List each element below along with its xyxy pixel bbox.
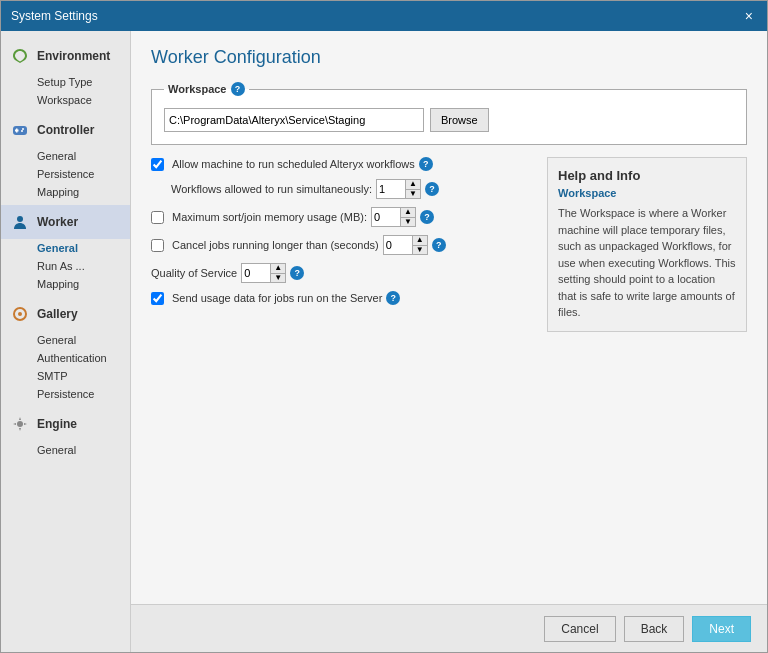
cancel-jobs-help-icon[interactable]: ? xyxy=(432,238,446,252)
next-button[interactable]: Next xyxy=(692,616,751,642)
quality-service-label: Quality of Service xyxy=(151,267,237,279)
sidebar-item-gallery-smtp[interactable]: SMTP xyxy=(1,367,130,385)
max-sort-join-label: Maximum sort/join memory usage (MB): xyxy=(172,211,367,223)
back-button[interactable]: Back xyxy=(624,616,685,642)
sidebar: Environment Setup Type Workspace xyxy=(1,31,131,652)
title-bar: System Settings × xyxy=(1,1,767,31)
sidebar-item-worker-mapping[interactable]: Mapping xyxy=(1,275,130,293)
send-usage-row: Send usage data for jobs run on the Serv… xyxy=(151,291,531,305)
cancel-jobs-input[interactable] xyxy=(384,236,412,254)
cancel-jobs-row: Cancel jobs running longer than (seconds… xyxy=(151,235,531,255)
options-left: Allow machine to run scheduled Alteryx w… xyxy=(151,157,531,332)
max-sort-join-input[interactable] xyxy=(372,208,400,226)
svg-rect-2 xyxy=(15,130,19,132)
quality-service-input[interactable] xyxy=(242,264,270,282)
workflows-simultaneous-help-icon[interactable]: ? xyxy=(425,182,439,196)
sidebar-item-gallery-persistence[interactable]: Persistence xyxy=(1,385,130,403)
cancel-button[interactable]: Cancel xyxy=(544,616,615,642)
sidebar-section-environment: Environment Setup Type Workspace xyxy=(1,39,130,109)
workspace-help-icon[interactable]: ? xyxy=(231,82,245,96)
help-panel: Help and Info Workspace The Workspace is… xyxy=(547,157,747,332)
max-sort-join-checkbox[interactable] xyxy=(151,211,164,224)
sidebar-category-controller[interactable]: Controller xyxy=(1,113,130,147)
workflows-simultaneous-label: Workflows allowed to run simultaneously: xyxy=(171,183,372,195)
send-usage-help-icon[interactable]: ? xyxy=(386,291,400,305)
workflows-simultaneous-input[interactable] xyxy=(377,180,405,198)
workflows-simultaneous-row: Workflows allowed to run simultaneously:… xyxy=(151,179,531,199)
sidebar-category-engine-label: Engine xyxy=(37,417,77,431)
gallery-icon xyxy=(9,303,31,325)
help-panel-subtitle: Workspace xyxy=(558,187,736,199)
quality-service-spinners: ▲ ▼ xyxy=(270,264,285,282)
content-area: Worker Configuration Workspace ? Browse xyxy=(131,31,767,604)
sidebar-category-worker-label: Worker xyxy=(37,215,78,229)
sidebar-item-worker-runas[interactable]: Run As ... xyxy=(1,257,130,275)
allow-scheduled-row: Allow machine to run scheduled Alteryx w… xyxy=(151,157,531,171)
allow-scheduled-checkbox[interactable] xyxy=(151,158,164,171)
cancel-jobs-checkbox[interactable] xyxy=(151,239,164,252)
max-sort-join-row: Maximum sort/join memory usage (MB): ▲ ▼… xyxy=(151,207,531,227)
close-button[interactable]: × xyxy=(741,9,757,23)
bottom-bar: Cancel Back Next xyxy=(131,604,767,652)
max-sort-join-input-wrapper: ▲ ▼ xyxy=(371,207,416,227)
sidebar-item-controller-general[interactable]: General xyxy=(1,147,130,165)
sidebar-section-engine: Engine General xyxy=(1,407,130,459)
quality-service-input-wrapper: ▲ ▼ xyxy=(241,263,286,283)
svg-point-5 xyxy=(17,216,23,222)
options-layout: Allow machine to run scheduled Alteryx w… xyxy=(151,157,747,332)
sidebar-item-engine-general[interactable]: General xyxy=(1,441,130,459)
sidebar-item-gallery-auth[interactable]: Authentication xyxy=(1,349,130,367)
sidebar-section-gallery: Gallery General Authentication SMTP Pers… xyxy=(1,297,130,403)
allow-scheduled-help-icon[interactable]: ? xyxy=(419,157,433,171)
allow-scheduled-label: Allow machine to run scheduled Alteryx w… xyxy=(172,158,415,170)
help-panel-title: Help and Info xyxy=(558,168,736,183)
sidebar-category-gallery-label: Gallery xyxy=(37,307,78,321)
cancel-jobs-input-wrapper: ▲ ▼ xyxy=(383,235,428,255)
help-panel-text: The Workspace is where a Worker machine … xyxy=(558,205,736,321)
quality-service-row: Quality of Service ▲ ▼ ? xyxy=(151,263,531,283)
workspace-path-input[interactable] xyxy=(164,108,424,132)
sidebar-item-setup-type[interactable]: Setup Type xyxy=(1,73,130,91)
cancel-jobs-label: Cancel jobs running longer than (seconds… xyxy=(172,239,379,251)
sidebar-category-controller-label: Controller xyxy=(37,123,94,137)
svg-point-3 xyxy=(22,128,24,130)
workspace-row: Browse xyxy=(164,108,734,132)
send-usage-label: Send usage data for jobs run on the Serv… xyxy=(172,292,382,304)
quality-service-help-icon[interactable]: ? xyxy=(290,266,304,280)
system-settings-window: System Settings × Environment Setup Type xyxy=(0,0,768,653)
page-title: Worker Configuration xyxy=(151,47,747,68)
quality-service-down[interactable]: ▼ xyxy=(271,274,285,283)
window-title: System Settings xyxy=(11,9,98,23)
workflows-simultaneous-input-wrapper: ▲ ▼ xyxy=(376,179,421,199)
workflows-simultaneous-spinners: ▲ ▼ xyxy=(405,180,420,198)
main-content: Worker Configuration Workspace ? Browse xyxy=(131,31,767,652)
sidebar-item-controller-mapping[interactable]: Mapping xyxy=(1,183,130,201)
leaf-icon xyxy=(9,45,31,67)
sidebar-category-environment-label: Environment xyxy=(37,49,110,63)
max-sort-join-help-icon[interactable]: ? xyxy=(420,210,434,224)
svg-point-8 xyxy=(17,421,23,427)
workflows-simultaneous-down[interactable]: ▼ xyxy=(406,190,420,199)
sidebar-item-workspace[interactable]: Workspace xyxy=(1,91,130,109)
browse-button[interactable]: Browse xyxy=(430,108,489,132)
max-sort-join-spinners: ▲ ▼ xyxy=(400,208,415,226)
sidebar-category-engine[interactable]: Engine xyxy=(1,407,130,441)
sidebar-item-gallery-general[interactable]: General xyxy=(1,331,130,349)
cancel-jobs-down[interactable]: ▼ xyxy=(413,246,427,255)
sidebar-item-controller-persistence[interactable]: Persistence xyxy=(1,165,130,183)
send-usage-checkbox[interactable] xyxy=(151,292,164,305)
sidebar-category-environment[interactable]: Environment xyxy=(1,39,130,73)
svg-point-7 xyxy=(18,312,22,316)
worker-icon xyxy=(9,211,31,233)
gamepad-icon xyxy=(9,119,31,141)
window-body: Environment Setup Type Workspace xyxy=(1,31,767,652)
max-sort-join-down[interactable]: ▼ xyxy=(401,218,415,227)
workspace-legend: Workspace ? xyxy=(164,82,249,96)
sidebar-item-worker-general[interactable]: General xyxy=(1,239,130,257)
workspace-fieldset: Workspace ? Browse xyxy=(151,82,747,145)
sidebar-category-gallery[interactable]: Gallery xyxy=(1,297,130,331)
sidebar-section-worker: Worker General Run As ... Mapping xyxy=(1,205,130,293)
svg-point-4 xyxy=(21,130,23,132)
sidebar-category-worker[interactable]: Worker xyxy=(1,205,130,239)
engine-icon xyxy=(9,413,31,435)
